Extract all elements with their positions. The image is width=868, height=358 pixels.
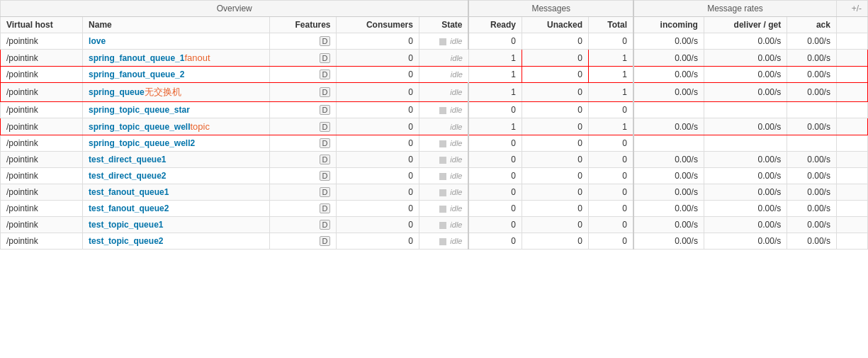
cell-name[interactable]: spring_topic_queue_star (83, 102, 270, 118)
cell-virtual-host: /pointink (1, 50, 83, 67)
cell-unacked: 0 (522, 118, 589, 135)
table-row[interactable]: /pointink test_direct_queue1 D 0 idle 0 … (1, 152, 868, 168)
table-row[interactable]: /pointink test_direct_queue2 D 0 idle 0 … (1, 168, 868, 184)
col-features: Features (270, 17, 337, 33)
feature-badge: D (320, 171, 331, 181)
cell-state: idle (419, 50, 468, 67)
cell-incoming: 0.00/s (633, 67, 704, 83)
section-header-row: Overview Messages Message rates +/- (1, 1, 868, 17)
col-unacked: Unacked (522, 17, 589, 33)
col-state: State (419, 17, 468, 33)
col-name: Name (83, 17, 270, 33)
table-row[interactable]: /pointink test_fanout_queue2 D 0 idle 0 … (1, 201, 868, 217)
cell-consumers: 0 (337, 135, 419, 152)
cell-consumers: 0 (337, 217, 419, 233)
cell-ready: 1 (468, 67, 522, 83)
cell-virtual-host: /pointink (1, 118, 83, 135)
table-row[interactable]: /pointink spring_fanout_queue_1fanout D … (1, 50, 868, 67)
table-row[interactable]: /pointink spring_topic_queue_welltopic D… (1, 118, 868, 135)
cell-consumers: 0 (337, 67, 419, 83)
cell-ack: 0.00/s (787, 67, 837, 83)
cell-consumers: 0 (337, 50, 419, 67)
cell-total: 0 (589, 102, 634, 118)
cell-total: 0 (589, 33, 634, 50)
cell-consumers: 0 (337, 184, 419, 201)
table-row[interactable]: /pointink spring_topic_queue_well2 D 0 i… (1, 135, 868, 152)
cell-total: 1 (589, 50, 634, 67)
cell-deliver-get: 0.00/s (704, 201, 787, 217)
cell-ready: 0 (468, 217, 522, 233)
cell-name[interactable]: test_direct_queue2 (83, 168, 270, 184)
cell-name[interactable]: test_fanout_queue1 (83, 184, 270, 201)
cell-ready: 0 (468, 201, 522, 217)
cell-extra (836, 184, 867, 201)
cell-features: D (270, 83, 337, 102)
state-value: idle (450, 88, 462, 96)
cell-name[interactable]: test_fanout_queue2 (83, 201, 270, 217)
feature-badge: D (320, 187, 331, 197)
state-value: idle (450, 188, 462, 196)
cell-features: D (270, 118, 337, 135)
cell-features: D (270, 33, 337, 50)
table-row[interactable]: /pointink test_fanout_queue1 D 0 idle 0 … (1, 184, 868, 201)
column-header-row: Virtual host Name Features Consumers Sta… (1, 17, 868, 33)
cell-ack: 0.00/s (787, 233, 837, 250)
cell-total: 1 (589, 118, 634, 135)
cell-name[interactable]: test_topic_queue2 (83, 233, 270, 250)
cell-name[interactable]: test_direct_queue1 (83, 152, 270, 168)
table-row[interactable]: /pointink test_topic_queue1 D 0 idle 0 0… (1, 217, 868, 233)
cell-consumers: 0 (337, 83, 419, 102)
cell-virtual-host: /pointink (1, 184, 83, 201)
cell-virtual-host: /pointink (1, 233, 83, 250)
state-box-icon (439, 238, 446, 245)
feature-badge: D (320, 138, 331, 148)
col-incoming: incoming (633, 17, 704, 33)
cell-state: idle (419, 217, 468, 233)
cell-deliver-get: 0.00/s (704, 33, 787, 50)
cell-unacked: 0 (522, 152, 589, 168)
cell-features: D (270, 135, 337, 152)
cell-name[interactable]: spring_fanout_queue_1fanout (83, 50, 270, 67)
table-row[interactable]: /pointink test_topic_queue2 D 0 idle 0 0… (1, 233, 868, 250)
cell-features: D (270, 152, 337, 168)
table-row[interactable]: /pointink spring_topic_queue_star D 0 id… (1, 102, 868, 118)
cell-deliver-get: 0.00/s (704, 168, 787, 184)
cell-total: 0 (589, 217, 634, 233)
cell-name[interactable]: love (83, 33, 270, 50)
cell-extra (836, 50, 867, 67)
cell-name[interactable]: spring_topic_queue_welltopic (83, 118, 270, 135)
state-value: idle (450, 155, 462, 164)
state-value: idle (450, 204, 462, 213)
cell-state: idle (419, 33, 468, 50)
table-row[interactable]: /pointink spring_fanout_queue_2 D 0 idle… (1, 67, 868, 83)
plus-minus-btn[interactable]: +/- (836, 1, 867, 17)
cell-name[interactable]: spring_topic_queue_well2 (83, 135, 270, 152)
cell-unacked: 0 (522, 184, 589, 201)
cell-ready: 0 (468, 168, 522, 184)
cell-incoming: 0.00/s (633, 50, 704, 67)
cell-ready: 0 (468, 102, 522, 118)
cell-features: D (270, 233, 337, 250)
state-box-icon (439, 206, 446, 213)
table-row[interactable]: /pointink love D 0 idle 0 0 0 0.00/s 0.0… (1, 33, 868, 50)
cell-name[interactable]: spring_fanout_queue_2 (83, 67, 270, 83)
state-value: idle (450, 172, 462, 180)
cell-deliver-get: 0.00/s (704, 217, 787, 233)
state-value: idle (450, 220, 462, 229)
cell-ack: 0.00/s (787, 83, 837, 102)
feature-badge: D (320, 36, 331, 46)
cell-virtual-host: /pointink (1, 217, 83, 233)
cell-features: D (270, 50, 337, 67)
cell-incoming: 0.00/s (633, 33, 704, 50)
cell-total: 0 (589, 201, 634, 217)
table-row[interactable]: /pointink spring_queue无交换机 D 0 idle 1 0 … (1, 83, 868, 102)
cell-unacked: 0 (522, 217, 589, 233)
cell-deliver-get: 0.00/s (704, 50, 787, 67)
cell-features: D (270, 67, 337, 83)
cell-deliver-get (704, 135, 787, 152)
cell-name[interactable]: test_topic_queue1 (83, 217, 270, 233)
cell-name[interactable]: spring_queue无交换机 (83, 83, 270, 102)
cell-ready: 1 (468, 50, 522, 67)
cell-ack: 0.00/s (787, 217, 837, 233)
cell-state: idle (419, 118, 468, 135)
